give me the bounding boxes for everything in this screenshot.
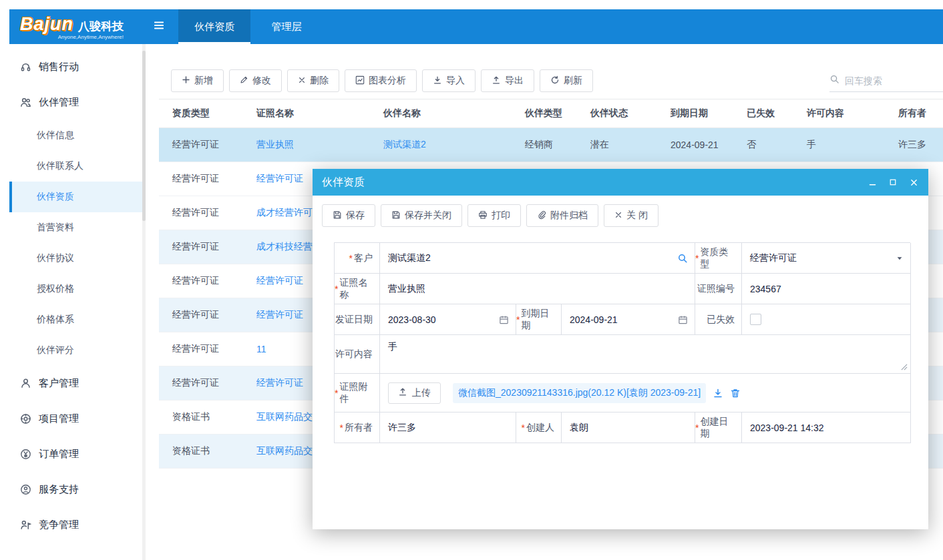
create-date-field[interactable]: 2023-09-21 14:32 [742,412,911,443]
sidebar-item-authorized-prices[interactable]: 授权价格 [9,274,142,304]
brand-logo[interactable]: Bajun 八骏科技 Anyone,Anytime,Anywhere! [9,9,140,44]
column-header[interactable]: 证照名称 [243,107,370,119]
pencil-icon [240,75,248,86]
sidebar-item-sales-actions[interactable]: 销售行动 [9,49,142,85]
cert-name-link[interactable]: 经营许可证 [256,275,303,286]
sidebar-item-competition-management[interactable]: 竞争管理 [9,507,142,543]
column-header[interactable]: 伙伴类型 [512,107,577,119]
upload-button[interactable]: 上传 [388,382,441,404]
competition-icon [20,519,31,531]
calendar-icon[interactable] [499,314,509,324]
cert-name-field[interactable]: 营业执照 [380,274,695,304]
cert-name-link[interactable]: 经营许可证 [256,173,303,184]
sidebar-item-label: 订单管理 [39,448,79,461]
nav-tab-management[interactable]: 管理层 [250,9,323,44]
column-header[interactable]: 到期日期 [657,107,733,119]
close-dialog-button[interactable]: 关 闭 [604,204,658,227]
column-header[interactable]: 伙伴名称 [370,107,512,119]
expire-date-label: * 到期日期 [516,304,562,335]
export-icon [492,75,501,87]
invalid-checkbox[interactable] [750,314,761,325]
nav-tab-partner-qualifications[interactable]: 伙伴资质 [178,9,250,44]
column-header[interactable]: 许可内容 [793,107,885,119]
support-icon [20,484,31,495]
close-icon [298,75,306,86]
import-button[interactable]: 导入 [422,69,476,92]
qual-type-select[interactable]: 经营许可证 [742,243,911,274]
license-content-textarea[interactable]: 手 [380,335,911,374]
close-button[interactable] [908,177,919,188]
download-attachment-icon[interactable] [713,388,723,398]
expire-date-field[interactable]: 2024-09-21 [562,304,695,335]
sidebar-item-label: 项目管理 [39,412,79,425]
edit-button[interactable]: 修改 [229,69,282,92]
sidebar-item-first-camp-data[interactable]: 首营资料 [9,212,142,243]
sidebar-item-partner-agreements[interactable]: 伙伴协议 [9,243,142,274]
brand-name: Bajun [20,14,73,35]
resize-handle[interactable] [900,363,908,370]
delete-attachment-icon[interactable] [730,388,741,398]
column-header[interactable]: 已失效 [733,107,793,119]
save-and-close-button[interactable]: 保存并关闭 [381,204,462,227]
minimize-button[interactable] [867,177,878,188]
attachment-file-link[interactable]: 微信截图_20230921143316.jpg(20.12 K)[袁朗 2023… [453,383,706,403]
create-date-label: * 创建日期 [695,412,742,443]
sidebar-item-order-management[interactable]: 订单管理 [9,437,142,472]
chart-analysis-button[interactable]: 图表分析 [345,69,417,92]
sidebar-item-label: 服务支持 [39,483,79,496]
invalid-cell [742,304,911,335]
brand-cn-name: 八骏科技 [78,19,124,34]
upload-icon [398,387,407,398]
sidebar-item-project-management[interactable]: 项目管理 [9,401,142,437]
sidebar-item-partner-management[interactable]: 伙伴管理 [9,85,142,120]
hamburger-menu-button[interactable] [140,9,178,44]
calendar-icon[interactable] [678,314,688,324]
cert-name-link[interactable]: 成才科技经营 [256,241,313,252]
sidebar-item-partner-score[interactable]: 伙伴评分 [9,335,142,366]
partner-name-link[interactable]: 测试渠道2 [383,139,426,150]
sidebar-item-service-support[interactable]: 服务支持 [9,472,142,507]
add-button[interactable]: 新增 [171,69,224,92]
column-header[interactable]: 伙伴状态 [577,107,657,119]
sidebar-item-customer-management[interactable]: 客户管理 [9,366,142,401]
search-input[interactable] [843,75,934,87]
customer-icon [20,378,31,389]
issue-date-field[interactable]: 2023-08-30 [380,304,516,335]
delete-button[interactable]: 删除 [287,69,339,92]
cert-name-link[interactable]: 成才经营许可 [256,207,313,218]
cert-name-link[interactable]: 经营许可证 [256,309,303,320]
save-button[interactable]: 保存 [322,204,375,227]
list-toolbar: 新增 修改 删除 图表分析 导入 [171,69,943,92]
cert-name-link[interactable]: 互联网药品交 [256,411,313,422]
plus-icon [182,75,190,86]
customer-field[interactable]: 测试渠道2 [380,243,695,274]
close-icon [614,210,622,221]
cert-name-link[interactable]: 营业执照 [256,139,294,150]
partners-icon [20,97,31,108]
sidebar-item-partner-contacts[interactable]: 伙伴联系人 [9,151,142,182]
attachment-archive-button[interactable]: 附件归档 [526,204,598,227]
sidebar-item-partner-qualifications[interactable]: 伙伴资质 [9,182,142,212]
creator-field[interactable]: 袁朗 [562,412,695,443]
dialog-title: 伙伴资质 [322,176,365,190]
sidebar-item-price-system[interactable]: 价格体系 [9,304,142,335]
cert-name-link[interactable]: 11 [256,344,266,354]
owner-field[interactable]: 许三多 [380,412,516,443]
print-button[interactable]: 打印 [467,204,521,227]
column-header[interactable]: 所有者 [885,107,943,119]
customer-label: * 客户 [335,243,380,274]
creator-label: * 创建人 [516,412,562,443]
export-button[interactable]: 导出 [481,69,534,92]
refresh-button[interactable]: 刷新 [540,69,593,92]
maximize-button[interactable] [888,177,898,188]
chevron-down-icon[interactable] [896,254,904,262]
column-header[interactable]: 资质类型 [159,107,243,119]
sidebar-scrollbar-thumb[interactable] [142,51,146,221]
cert-attachment-label: * 证照附件 [335,374,380,412]
search-icon[interactable] [677,253,688,264]
cert-name-link[interactable]: 互联网药品交 [256,445,313,456]
cert-no-field[interactable]: 234567 [742,274,911,304]
sidebar-item-partner-info[interactable]: 伙伴信息 [9,120,142,151]
table-row[interactable]: 经营许可证 营业执照 测试渠道2 经销商 潜在 2024-09-21 否 手 许… [159,128,943,162]
cert-name-link[interactable]: 经营许可证 [256,377,303,388]
